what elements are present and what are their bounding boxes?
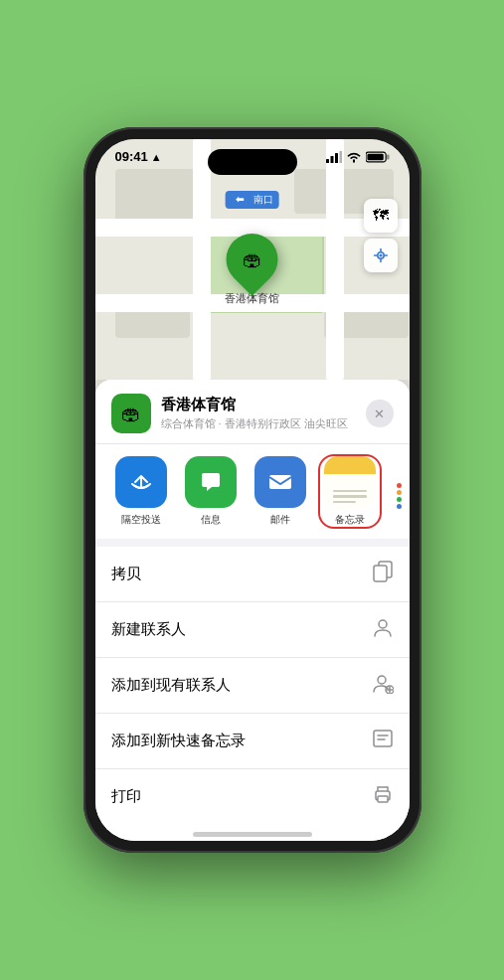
- location-button[interactable]: [364, 239, 398, 272]
- svg-rect-22: [378, 796, 388, 802]
- venue-info: 香港体育馆 综合体育馆 · 香港特别行政区 油尖旺区: [161, 396, 366, 431]
- share-item-messages[interactable]: 信息: [181, 456, 241, 527]
- svg-rect-5: [387, 154, 389, 159]
- copy-label: 拷贝: [111, 565, 141, 583]
- airdrop-label: 隔空投送: [121, 513, 161, 527]
- more-indicator[interactable]: [390, 456, 410, 527]
- wifi-icon: [346, 151, 362, 163]
- sheet-header: 🏟 香港体育馆 综合体育馆 · 香港特别行政区 油尖旺区 ✕: [95, 380, 410, 443]
- map-direction-icon: ⬅: [231, 193, 249, 206]
- add-existing-icon: [372, 672, 394, 699]
- svg-rect-12: [269, 475, 291, 489]
- mail-icon: [254, 456, 306, 508]
- action-quick-note[interactable]: 添加到新快速备忘录: [95, 714, 410, 769]
- messages-label: 信息: [201, 513, 221, 527]
- phone-screen: 09:41 ▲: [95, 139, 410, 841]
- copy-icon: [372, 561, 394, 587]
- close-button[interactable]: ✕: [366, 400, 394, 427]
- svg-rect-1: [330, 156, 333, 163]
- svg-rect-6: [367, 153, 383, 160]
- map-type-button[interactable]: 🗺: [364, 199, 398, 233]
- share-row: 隔空投送 信息 邮件: [95, 443, 410, 539]
- location-icon: ▲: [151, 151, 162, 163]
- dynamic-island: [208, 149, 297, 175]
- quick-note-label: 添加到新快速备忘录: [111, 732, 246, 750]
- map-nav-label: ⬅ 南口: [225, 191, 279, 209]
- venue-subtitle: 综合体育馆 · 香港特别行政区 油尖旺区: [161, 416, 366, 431]
- new-contact-icon: [372, 616, 394, 643]
- add-existing-label: 添加到现有联系人: [111, 676, 231, 695]
- home-indicator: [193, 832, 312, 837]
- venue-icon: 🏟: [111, 394, 151, 433]
- svg-rect-2: [335, 153, 338, 163]
- svg-point-16: [378, 676, 386, 684]
- status-icons: [326, 151, 390, 163]
- quick-note-icon: [372, 728, 394, 754]
- bottom-sheet: 🏟 香港体育馆 综合体育馆 · 香港特别行政区 油尖旺区 ✕ 隔空投送: [95, 380, 410, 841]
- svg-point-15: [379, 620, 387, 628]
- home-indicator-bar: [95, 824, 410, 841]
- mail-label: 邮件: [270, 513, 290, 527]
- svg-rect-3: [339, 151, 342, 163]
- location-pin: 🏟 香港体育馆: [225, 234, 279, 306]
- venue-name: 香港体育馆: [161, 396, 366, 414]
- action-add-existing[interactable]: 添加到现有联系人: [95, 658, 410, 714]
- battery-icon: [366, 151, 390, 163]
- map-area: ⬅ 南口 🗺 🏟 香港体育馆: [95, 139, 410, 380]
- new-contact-label: 新建联系人: [111, 620, 186, 639]
- svg-rect-0: [326, 159, 329, 163]
- nav-label-text: 南口: [253, 194, 273, 205]
- pin-icon: 🏟: [243, 248, 262, 271]
- action-copy[interactable]: 拷贝: [95, 547, 410, 602]
- print-label: 打印: [111, 787, 141, 806]
- notes-label: 备忘录: [335, 513, 365, 527]
- map-controls[interactable]: 🗺: [364, 199, 398, 272]
- svg-rect-20: [374, 731, 392, 746]
- signal-icon: [326, 151, 342, 163]
- airdrop-icon: [115, 456, 167, 508]
- share-item-mail[interactable]: 邮件: [251, 456, 310, 527]
- phone-frame: 09:41 ▲: [84, 127, 421, 853]
- notes-icon: [324, 456, 376, 508]
- share-item-airdrop[interactable]: 隔空投送: [111, 456, 171, 527]
- more-dots: [397, 483, 402, 509]
- action-new-contact[interactable]: 新建联系人: [95, 602, 410, 658]
- action-list: 拷贝 新建联系人 添加到现有联系人: [95, 547, 410, 824]
- svg-rect-14: [374, 566, 387, 581]
- share-item-notes[interactable]: 备忘录: [320, 456, 380, 527]
- status-time: 09:41: [115, 149, 148, 164]
- messages-icon: [185, 456, 237, 508]
- svg-point-8: [379, 253, 382, 256]
- print-icon: [372, 783, 394, 810]
- pin-marker: 🏟: [216, 223, 289, 296]
- action-print[interactable]: 打印: [95, 769, 410, 824]
